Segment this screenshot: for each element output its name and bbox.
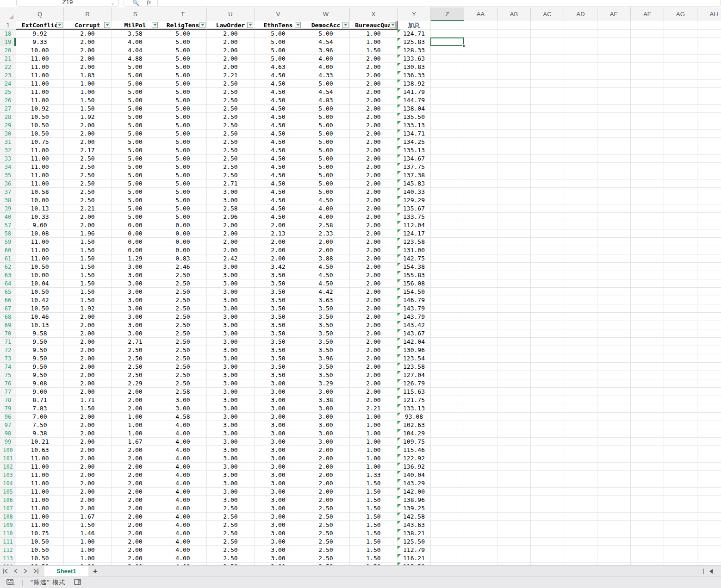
cell-AA68[interactable] [464, 313, 497, 321]
cell-Z104[interactable] [431, 479, 464, 488]
cell-AC25[interactable] [531, 88, 564, 96]
cell-AH40[interactable] [697, 213, 721, 221]
cell-Y110[interactable]: 138.21 [398, 529, 431, 538]
cell-AA37[interactable] [464, 188, 497, 196]
cell-V60[interactable]: 2.00 [255, 246, 302, 254]
cell-AH71[interactable] [697, 338, 721, 346]
cell-AH113[interactable] [697, 554, 721, 563]
cell-V79[interactable]: 3.00 [255, 404, 302, 413]
cell-U107[interactable]: 2.50 [207, 504, 255, 513]
cell-AE27[interactable] [597, 105, 631, 113]
cell-AD37[interactable] [564, 188, 597, 196]
cell-Q98[interactable]: 9.38 [16, 429, 64, 438]
cell-U20[interactable]: 2.00 [207, 46, 255, 55]
cell-AF110[interactable] [631, 529, 664, 538]
cell-V69[interactable]: 3.50 [255, 321, 302, 329]
cell-AA18[interactable] [464, 30, 497, 38]
cell-X23[interactable]: 2.00 [350, 71, 398, 80]
cell-AC40[interactable] [531, 213, 564, 221]
cell-AG99[interactable] [664, 438, 697, 446]
cell-T20[interactable]: 5.00 [159, 46, 207, 55]
row-header-109[interactable]: 109 [0, 521, 16, 529]
cell-Z111[interactable] [431, 538, 464, 546]
cell-AE65[interactable] [597, 288, 631, 296]
cell-AC96[interactable] [531, 413, 564, 421]
cell-AD112[interactable] [564, 546, 597, 554]
cell-V39[interactable]: 4.50 [255, 204, 302, 213]
cell-W75[interactable]: 3.50 [302, 371, 350, 379]
cell-S24[interactable]: 5.00 [112, 80, 159, 88]
row-header-21[interactable]: 21 [0, 55, 16, 63]
cell-X26[interactable]: 2.00 [350, 96, 398, 105]
empty-cell[interactable] [464, 21, 497, 30]
cell-AF38[interactable] [631, 196, 664, 204]
cell-AF61[interactable] [631, 254, 664, 263]
row-header-73[interactable]: 73 [0, 354, 16, 363]
cell-AB20[interactable] [497, 46, 531, 55]
cell-AE74[interactable] [597, 363, 631, 371]
cell-AB71[interactable] [497, 338, 531, 346]
cell-U100[interactable]: 3.00 [207, 446, 255, 454]
cell-AC18[interactable] [531, 30, 564, 38]
cell-AG104[interactable] [664, 479, 697, 488]
row-header-24[interactable]: 24 [0, 80, 16, 88]
cell-AE63[interactable] [597, 271, 631, 279]
cell-U18[interactable]: 2.00 [207, 30, 255, 38]
cell-R37[interactable]: 2.50 [64, 188, 112, 196]
cell-Y98[interactable]: 104.29 [398, 429, 431, 438]
cell-X18[interactable]: 1.00 [350, 30, 398, 38]
cell-Q96[interactable]: 7.00 [16, 413, 64, 421]
cell-AA102[interactable] [464, 463, 497, 471]
cell-AH62[interactable] [697, 263, 721, 271]
cell-AE34[interactable] [597, 163, 631, 171]
row-header-102[interactable]: 102 [0, 463, 16, 471]
cell-AG101[interactable] [664, 454, 697, 463]
row-header-58[interactable]: 58 [0, 229, 16, 238]
cell-V20[interactable]: 5.00 [255, 46, 302, 55]
cell-AG102[interactable] [664, 463, 697, 471]
cell-AB70[interactable] [497, 329, 531, 338]
cell-AG96[interactable] [664, 413, 697, 421]
cell-AB38[interactable] [497, 196, 531, 204]
cell-AC34[interactable] [531, 163, 564, 171]
cell-Z39[interactable] [431, 204, 464, 213]
cell-AC62[interactable] [531, 263, 564, 271]
cell-Z112[interactable] [431, 546, 464, 554]
cell-AA112[interactable] [464, 546, 497, 554]
cell-AE57[interactable] [597, 221, 631, 229]
cell-AE24[interactable] [597, 80, 631, 88]
cell-W66[interactable]: 3.63 [302, 296, 350, 304]
cell-AG34[interactable] [664, 163, 697, 171]
cell-AH109[interactable] [697, 521, 721, 529]
cell-AE70[interactable] [597, 329, 631, 338]
cell-S78[interactable]: 2.00 [112, 396, 159, 404]
cell-X40[interactable]: 2.00 [350, 213, 398, 221]
cell-Q64[interactable]: 10.04 [16, 279, 64, 288]
cell-Y59[interactable]: 123.58 [398, 238, 431, 246]
cell-S25[interactable]: 5.00 [112, 88, 159, 96]
cell-R57[interactable]: 2.00 [64, 221, 112, 229]
row-header-38[interactable]: 38 [0, 196, 16, 204]
cell-T60[interactable]: 0.00 [159, 246, 207, 254]
cell-W104[interactable]: 2.00 [302, 479, 350, 488]
cell-Z102[interactable] [431, 463, 464, 471]
cell-AD26[interactable] [564, 96, 597, 105]
cell-AF102[interactable] [631, 463, 664, 471]
cell-AH28[interactable] [697, 113, 721, 121]
cell-AB37[interactable] [497, 188, 531, 196]
cell-AC106[interactable] [531, 496, 564, 504]
cell-Y77[interactable]: 115.63 [398, 388, 431, 396]
cell-V61[interactable]: 2.00 [255, 254, 302, 263]
cell-S40[interactable]: 5.00 [112, 213, 159, 221]
row-header-70[interactable]: 70 [0, 329, 16, 338]
cell-AF111[interactable] [631, 538, 664, 546]
cell-Z105[interactable] [431, 488, 464, 496]
cell-U106[interactable]: 3.00 [207, 496, 255, 504]
cell-AD27[interactable] [564, 105, 597, 113]
cell-R22[interactable]: 2.00 [64, 63, 112, 71]
cell-AG70[interactable] [664, 329, 697, 338]
cell-X103[interactable]: 1.33 [350, 471, 398, 479]
cell-R66[interactable]: 1.50 [64, 296, 112, 304]
cell-AH19[interactable] [697, 38, 721, 46]
cell-X25[interactable]: 2.00 [350, 88, 398, 96]
